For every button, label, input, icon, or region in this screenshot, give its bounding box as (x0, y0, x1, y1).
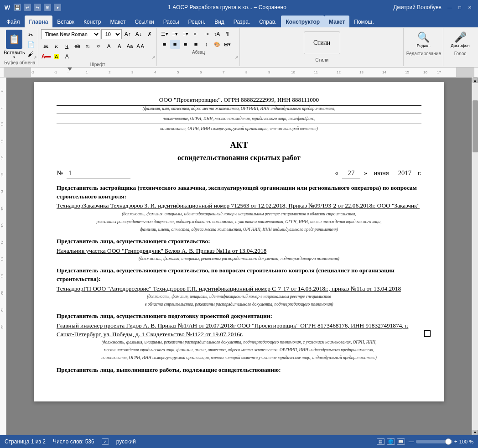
decrease-indent-button[interactable]: ⇤ (191, 29, 201, 38)
bold-button[interactable]: Ж (41, 42, 51, 51)
multilevel-list-button[interactable]: ≡▾ (181, 29, 191, 38)
align-right-button[interactable]: ≡ (181, 40, 191, 49)
tab-home[interactable]: Главна (25, 16, 53, 27)
decrease-font-button[interactable]: A↓ (134, 30, 144, 39)
redo-icon[interactable]: ↪ (34, 4, 41, 11)
paragraph-expand-icon[interactable]: ↗ (235, 55, 239, 60)
tab-maket[interactable]: Макет (324, 16, 349, 27)
superscript-button[interactable]: x² (94, 42, 104, 51)
align-left-button[interactable]: ≡ (160, 40, 170, 49)
borders-button[interactable]: ⊞▾ (223, 40, 233, 49)
font-size-A-button[interactable]: A A (135, 42, 145, 51)
tab-mailings[interactable]: Рассы (159, 16, 184, 27)
tab-references[interactable]: Ссылки (130, 16, 158, 27)
vruler-19: 19 (0, 268, 4, 285)
layout-icon[interactable]: ⊞ (44, 4, 51, 11)
zoom-slider[interactable] (416, 440, 452, 443)
undo-icon[interactable]: ↩ (24, 4, 31, 11)
numbered-list-button[interactable]: ≡▾ (170, 29, 180, 38)
show-formatting-button[interactable]: ¶ (223, 29, 233, 38)
highlight-color-btn[interactable]: А (52, 52, 62, 61)
styles-area: Стили (304, 29, 340, 57)
doc-header-org: ООО "Проектировщик". ОГРН 88882222999, И… (57, 96, 421, 106)
scroll-down-button[interactable]: ▼ (473, 430, 478, 435)
zoom-out-button[interactable]: — (409, 438, 414, 445)
vruler-14: 14 (0, 183, 4, 200)
font-name-select[interactable]: Times New Roman (41, 29, 100, 39)
ruler-content: -2 -1 · 1 2 3 4 5 6 7 8 9 10 11 12 13 14… (4, 68, 474, 77)
editing-label: Редактирование (406, 51, 441, 56)
italic-button[interactable]: К (52, 42, 62, 51)
highlight-button[interactable]: А̲ (114, 42, 125, 51)
sort-button[interactable]: ↕A (212, 29, 222, 38)
editing-button[interactable]: 🔍 Редакт. (412, 31, 435, 48)
spelling-icon[interactable]: ✓ (102, 438, 109, 445)
page-info: Страница 1 из 2 (5, 438, 46, 445)
clipboard-expand-icon[interactable]: ↗ (33, 55, 37, 60)
read-mode-button[interactable]: 📖 (397, 438, 405, 445)
section1-person: ТехнадзорЗаказчика Технадзоров З. И. иде… (57, 202, 421, 210)
tab-layout[interactable]: Макет (105, 16, 130, 27)
scroll-up-button[interactable]: ▲ (473, 78, 478, 83)
strikethrough-button[interactable]: аb (73, 42, 83, 51)
maximize-button[interactable]: □ (455, 3, 464, 12)
tab-pomosch[interactable]: Помощ. (349, 16, 378, 27)
right-scrollbar[interactable]: ▲ ▼ (472, 78, 478, 435)
text-color-btn[interactable]: A (41, 52, 51, 61)
close-button[interactable]: ✕ (465, 3, 474, 12)
bullet-list-button[interactable]: ☰▾ (160, 29, 170, 38)
section5: Представитель лица, выполнившего работы,… (57, 366, 421, 375)
font-color-button[interactable]: A (104, 42, 114, 51)
tab-dev[interactable]: Разра. (229, 16, 255, 27)
vruler-12: 12 (0, 150, 4, 167)
section1-small2: реквизиты распорядительного документа, п… (57, 219, 421, 225)
editing-content: 🔍 Редакт. (410, 29, 437, 50)
underline-button[interactable]: Ч (62, 42, 72, 51)
scroll-thumb[interactable] (473, 100, 478, 152)
vruler-22: 22 (0, 318, 4, 335)
subscript-button[interactable]: x₂ (83, 42, 93, 51)
print-layout-button[interactable]: ▤ (377, 438, 385, 445)
save-icon[interactable]: 💾 (14, 4, 21, 11)
web-layout-button[interactable]: 🌐 (387, 438, 395, 445)
align-center-button[interactable]: ≡ (170, 40, 180, 49)
dropdown-icon[interactable]: ▾ (54, 4, 61, 11)
date-year: 2017 (398, 168, 411, 178)
clear-format-button[interactable]: ✗ (145, 30, 155, 39)
vruler-21: 21 (0, 302, 4, 318)
shading-btn[interactable]: А (62, 52, 72, 61)
paste-button[interactable]: 📋 Вставить ▾ (4, 30, 25, 59)
font-effects-button[interactable]: Аа (125, 42, 135, 51)
increase-indent-button[interactable]: ⇥ (202, 29, 212, 38)
shading-para-button[interactable]: 🎨 (212, 40, 222, 49)
tab-review[interactable]: Рецен. (184, 16, 210, 27)
document-subtitle: освидетельствования скрытых работ (57, 153, 421, 163)
number-date-line: № 1 « 27 » июня 2017 г. (57, 168, 421, 178)
date-day: 27 (342, 168, 360, 178)
scroll-track[interactable] (473, 83, 478, 430)
tab-insert[interactable]: Вставк (52, 16, 79, 27)
zoom-in-button[interactable]: + (454, 438, 457, 445)
language: русский (116, 438, 136, 445)
styles-gallery[interactable]: Стили (304, 31, 340, 54)
justify-button[interactable]: ≡ (191, 40, 201, 49)
clipboard-label: Буфер обмена (4, 60, 35, 65)
minimize-button[interactable]: — (445, 3, 454, 12)
date-open: « (335, 168, 338, 178)
font-size-select[interactable]: 10 (101, 29, 122, 39)
line-spacing-button[interactable]: ↕ (202, 40, 212, 49)
window-controls: — □ ✕ (445, 3, 474, 12)
font-expand-icon[interactable]: ↗ (152, 55, 156, 60)
tab-design[interactable]: Констр (79, 16, 105, 27)
tab-view[interactable]: Вид (210, 16, 229, 27)
tab-file[interactable]: Файл (2, 16, 25, 27)
dictaphone-button[interactable]: 🎤 Диктофон (449, 31, 472, 48)
vruler-10: 10 (0, 116, 4, 133)
tab-help[interactable]: Справ. (255, 16, 281, 27)
increase-font-button[interactable]: A↑ (123, 30, 133, 39)
user-name: Дмитрий Волобуев (393, 4, 442, 10)
copy-button[interactable]: 📄 (26, 40, 36, 49)
document-scroll[interactable]: ООО "Проектировщик". ОГРН 88882222999, И… (6, 78, 472, 435)
tab-constructor[interactable]: Конструктор (281, 16, 324, 27)
cut-button[interactable]: ✂ (26, 30, 36, 39)
